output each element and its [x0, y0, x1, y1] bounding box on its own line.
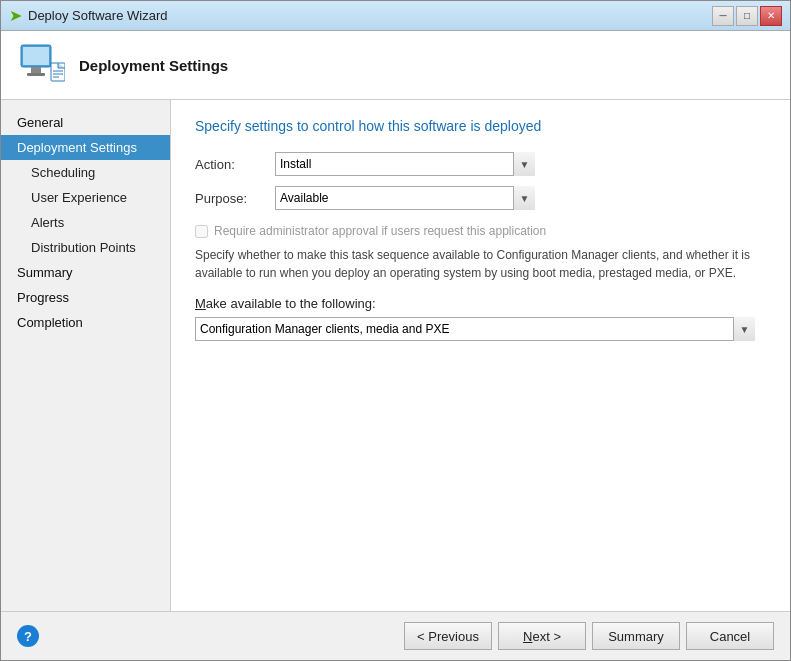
purpose-select-wrapper: Available Required ▼: [275, 186, 535, 210]
sidebar-item-progress[interactable]: Progress: [1, 285, 170, 310]
previous-button[interactable]: < Previous: [404, 622, 492, 650]
approval-checkbox-row: Require administrator approval if users …: [195, 224, 766, 238]
cancel-button[interactable]: Cancel: [686, 622, 774, 650]
help-button[interactable]: ?: [17, 625, 39, 647]
make-available-label-text: ake available to the following:: [206, 296, 376, 311]
header-title: Deployment Settings: [79, 57, 228, 74]
svg-rect-2: [31, 67, 41, 73]
sidebar-item-deployment-settings[interactable]: Deployment Settings: [1, 135, 170, 160]
minimize-button[interactable]: ─: [712, 6, 734, 26]
close-button[interactable]: ✕: [760, 6, 782, 26]
approval-checkbox-label: Require administrator approval if users …: [214, 224, 546, 238]
sidebar-item-general[interactable]: General: [1, 110, 170, 135]
action-select[interactable]: Install Uninstall: [275, 152, 535, 176]
header-section: Deployment Settings: [1, 31, 790, 100]
next-button[interactable]: Next >: [498, 622, 586, 650]
sidebar-item-scheduling[interactable]: Scheduling: [1, 160, 170, 185]
svg-rect-3: [27, 73, 45, 76]
summary-button[interactable]: Summary: [592, 622, 680, 650]
sidebar: General Deployment Settings Scheduling U…: [1, 100, 171, 611]
title-bar-left: ➤ Deploy Software Wizard: [9, 6, 167, 25]
svg-rect-1: [23, 47, 49, 65]
make-available-select[interactable]: Configuration Manager clients, media and…: [195, 317, 755, 341]
content-title: Specify settings to control how this sof…: [195, 118, 766, 134]
action-row: Action: Install Uninstall ▼: [195, 152, 766, 176]
maximize-button[interactable]: □: [736, 6, 758, 26]
window-title: Deploy Software Wizard: [28, 8, 167, 23]
make-available-select-wrapper: Configuration Manager clients, media and…: [195, 317, 755, 341]
footer: ? < Previous Next > Summary Cancel: [1, 611, 790, 660]
purpose-label: Purpose:: [195, 191, 275, 206]
header-icon: [17, 41, 65, 89]
main-area: General Deployment Settings Scheduling U…: [1, 100, 790, 611]
footer-buttons: < Previous Next > Summary Cancel: [404, 622, 774, 650]
sidebar-item-user-experience[interactable]: User Experience: [1, 185, 170, 210]
footer-left: ?: [17, 625, 39, 647]
sidebar-item-alerts[interactable]: Alerts: [1, 210, 170, 235]
next-label-text: ext >: [532, 629, 561, 644]
action-label: Action:: [195, 157, 275, 172]
make-available-label: Make available to the following:: [195, 296, 766, 311]
wizard-window: ➤ Deploy Software Wizard ─ □ ✕: [0, 0, 791, 661]
sidebar-item-summary[interactable]: Summary: [1, 260, 170, 285]
content-area: Specify settings to control how this sof…: [171, 100, 790, 611]
action-select-wrapper: Install Uninstall ▼: [275, 152, 535, 176]
sidebar-item-completion[interactable]: Completion: [1, 310, 170, 335]
description-text: Specify whether to make this task sequen…: [195, 246, 755, 282]
title-bar-controls: ─ □ ✕: [712, 6, 782, 26]
sidebar-item-distribution-points[interactable]: Distribution Points: [1, 235, 170, 260]
purpose-row: Purpose: Available Required ▼: [195, 186, 766, 210]
window-icon: ➤: [9, 6, 22, 25]
approval-checkbox[interactable]: [195, 225, 208, 238]
purpose-select[interactable]: Available Required: [275, 186, 535, 210]
title-bar: ➤ Deploy Software Wizard ─ □ ✕: [1, 1, 790, 31]
